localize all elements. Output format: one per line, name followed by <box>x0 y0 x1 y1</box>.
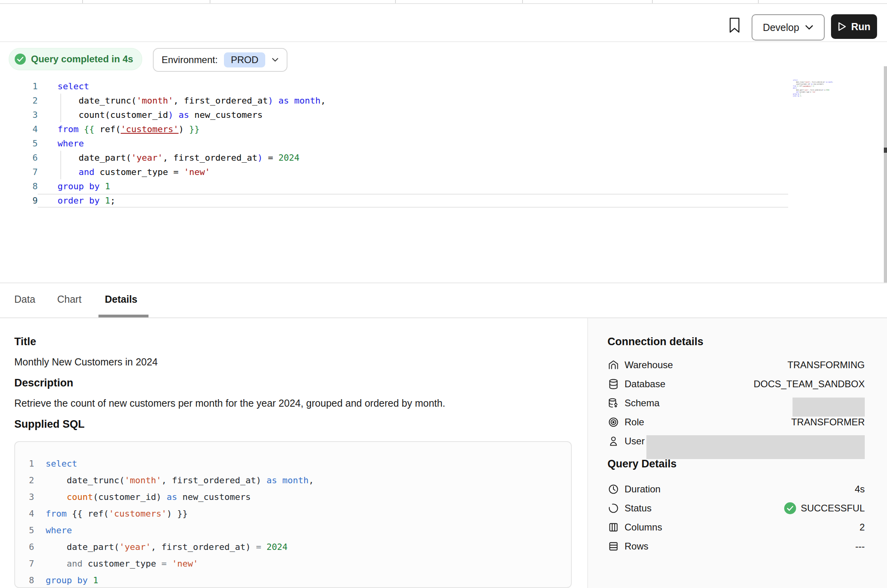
detail-label: Columns <box>625 522 662 533</box>
detail-label: Warehouse <box>625 359 673 371</box>
tab-details[interactable]: Details <box>105 294 137 305</box>
detail-row-columns: Columns2 <box>607 518 865 537</box>
detail-row-schema: Schema <box>607 394 865 413</box>
redacted-value <box>646 435 865 459</box>
editor-line: 4from {{ ref('customers') }} <box>22 122 788 136</box>
indent-guide <box>60 94 61 122</box>
tab-data[interactable]: Data <box>14 294 35 305</box>
scrollbar-thumb[interactable] <box>884 148 887 153</box>
title-heading: Title <box>14 336 36 348</box>
editor-line: 9order by 1; <box>22 194 788 208</box>
detail-row-duration: Duration4s <box>607 480 865 499</box>
detail-label: Rows <box>625 541 648 552</box>
chevron-down-icon <box>805 25 814 30</box>
develop-button-label: Develop <box>763 22 799 33</box>
supplied-sql-heading: Supplied SQL <box>14 418 85 430</box>
title-value: Monthly New Customers in 2024 <box>14 356 158 368</box>
description-value: Retrieve the count of new customers per … <box>14 398 445 409</box>
check-circle-icon <box>15 54 26 65</box>
sql-editor[interactable]: 1select2 date_trunc('month', first_order… <box>22 79 788 208</box>
tab-separator <box>395 0 396 3</box>
supplied-sql-line: 1select <box>15 455 571 472</box>
line-number: 8 <box>15 572 34 588</box>
user-icon <box>607 435 619 447</box>
line-number: 7 <box>15 555 34 572</box>
results-tabbar: Data Chart Details <box>0 283 887 318</box>
line-number: 4 <box>22 122 38 136</box>
play-icon <box>838 22 847 31</box>
editor-line: 8group by 1 <box>22 179 788 194</box>
tab-chart[interactable]: Chart <box>57 294 81 305</box>
environment-label: Environment: <box>162 54 218 65</box>
details-side-panel: Connection details WarehouseTRANSFORMING… <box>587 318 887 588</box>
rows-icon <box>607 540 619 552</box>
line-number: 1 <box>22 79 38 94</box>
role-icon <box>607 416 619 428</box>
bookmark-icon[interactable] <box>726 14 743 37</box>
supplied-sql-line: 4from {{ ref('customers') }} <box>15 505 571 522</box>
editor-line: 7 and customer_type = 'new' <box>22 165 788 179</box>
supplied-sql-line: 8group by 1 <box>15 572 571 588</box>
tab-separator <box>652 0 653 3</box>
query-details-heading: Query Details <box>607 458 677 470</box>
line-number: 3 <box>15 489 34 505</box>
top-tab-strip <box>0 0 887 4</box>
line-number: 1 <box>15 455 34 472</box>
chevron-down-icon <box>272 58 279 62</box>
run-button[interactable]: Run <box>831 14 877 39</box>
editor-line: 3 count(customer_id) as new_customers <box>22 108 788 122</box>
detail-label: Status <box>625 503 652 514</box>
columns-icon <box>607 521 619 533</box>
run-button-label: Run <box>851 21 871 33</box>
detail-row-warehouse: WarehouseTRANSFORMING <box>607 355 865 375</box>
active-tab-underline <box>98 315 148 317</box>
toolbar: Develop Run <box>0 4 887 42</box>
line-number: 5 <box>22 136 38 151</box>
line-number: 2 <box>22 94 38 108</box>
tab-separator <box>82 0 83 3</box>
environment-select[interactable]: Environment: PROD <box>153 48 287 72</box>
sql-ide-window: Develop Run Query completed in 4s Enviro… <box>0 0 887 588</box>
supplied-sql-line: 7 and customer_type = 'new' <box>15 555 571 572</box>
detail-label: User <box>625 436 645 447</box>
description-heading: Description <box>14 377 73 389</box>
detail-value: 4s <box>855 484 865 495</box>
database-icon <box>607 378 619 390</box>
line-number: 8 <box>22 179 38 194</box>
editor-line: 2 date_trunc('month', first_ordered_at) … <box>22 94 788 108</box>
editor-line: 5where <box>22 136 788 151</box>
tab-separator <box>210 0 210 3</box>
detail-row-rows: Rows--- <box>607 537 865 556</box>
warehouse-icon <box>607 359 619 371</box>
detail-row-user: User <box>607 432 865 451</box>
duration-icon <box>607 483 619 495</box>
detail-label: Duration <box>625 484 661 495</box>
detail-value: DOCS_TEAM_SANDBOX <box>754 379 865 390</box>
supplied-sql-line: 2 date_trunc('month', first_ordered_at) … <box>15 472 571 489</box>
success-check-icon <box>784 502 796 514</box>
editor-minimap[interactable]: select date_trunc('month', first_ordered… <box>793 79 835 100</box>
detail-value: 2 <box>860 522 865 533</box>
develop-button[interactable]: Develop <box>752 14 825 40</box>
indent-guide <box>60 151 61 179</box>
line-number: 6 <box>22 151 38 165</box>
query-status-text: Query completed in 4s <box>31 54 133 65</box>
detail-row-status: StatusSUCCESSFUL <box>607 499 865 518</box>
line-number: 9 <box>22 194 38 208</box>
supplied-sql-line: 5where <box>15 522 571 539</box>
detail-label: Role <box>625 417 644 428</box>
line-number: 5 <box>15 522 34 539</box>
environment-value-pill: PROD <box>224 52 265 67</box>
detail-label: Database <box>625 379 665 390</box>
tab-separator <box>522 0 523 3</box>
detail-value: SUCCESSFUL <box>801 503 865 514</box>
line-number: 3 <box>22 108 38 122</box>
supplied-sql-line: 3 count(customer_id) as new_customers <box>15 489 571 505</box>
editor-line: 1select <box>22 79 788 94</box>
query-status-badge: Query completed in 4s <box>9 48 142 70</box>
detail-value: --- <box>855 541 865 552</box>
supplied-sql-block: 1select2 date_trunc('month', first_order… <box>14 441 572 588</box>
tab-separator <box>758 0 759 3</box>
detail-label: Schema <box>625 398 659 409</box>
scrollbar-track[interactable] <box>884 66 887 282</box>
